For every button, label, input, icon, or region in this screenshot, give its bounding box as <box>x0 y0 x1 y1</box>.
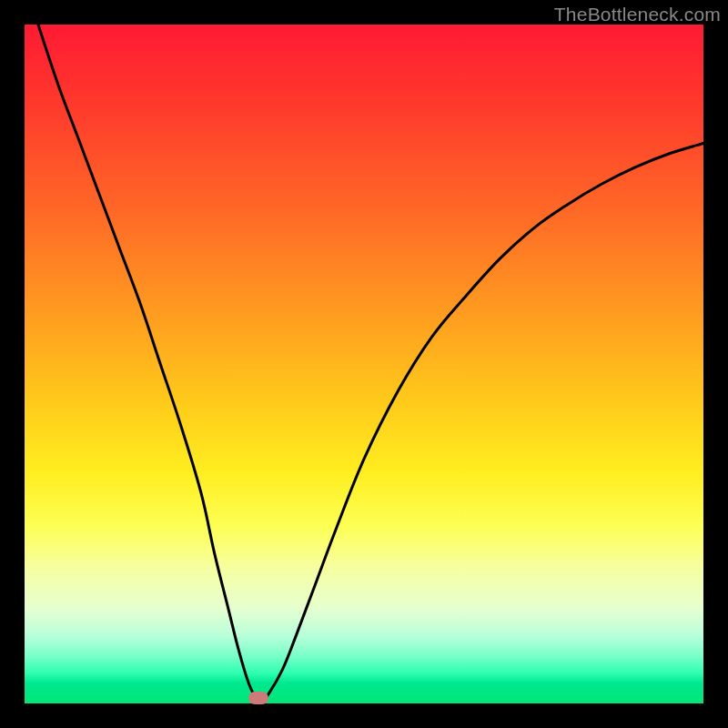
plot-area <box>25 25 703 703</box>
minimum-marker <box>248 692 268 704</box>
watermark-text: TheBottleneck.com <box>554 4 721 25</box>
chart-frame: TheBottleneck.com <box>0 0 728 728</box>
bottleneck-curve <box>25 25 703 703</box>
